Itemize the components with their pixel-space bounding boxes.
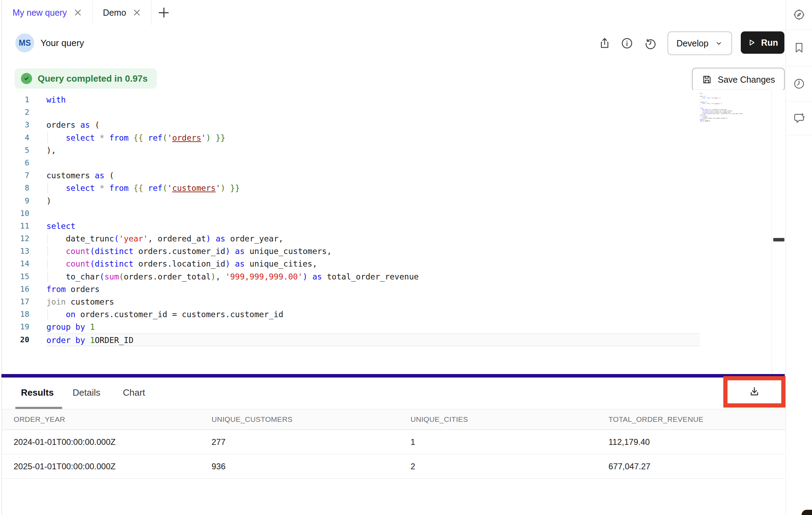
table-header-cell: UNIQUE_CUSTOMERS	[212, 409, 293, 430]
share-button[interactable]	[598, 36, 612, 50]
close-icon[interactable]	[133, 9, 141, 16]
code-line[interactable]: to_char(sum(orders.order_total), '999,99…	[46, 270, 700, 283]
code-area[interactable]: withorders as ( select * from {{ ref('or…	[700, 93, 706, 122]
line-number: 13	[2, 245, 29, 258]
line-number: 12	[2, 232, 29, 245]
code-line[interactable]: from orders	[46, 283, 700, 296]
code-line[interactable]: customers as (	[46, 169, 700, 182]
share-icon	[598, 37, 611, 50]
code-line[interactable]: order by 1ORDER_ID	[700, 120, 752, 122]
tab-label: My new query	[13, 8, 67, 18]
save-changes-button[interactable]: Save Changes	[692, 68, 785, 91]
minimap-top-border	[695, 89, 772, 90]
code-line[interactable]: select	[46, 220, 700, 232]
save-label: Save Changes	[718, 75, 775, 85]
right-sidebar	[785, 0, 812, 515]
play-icon	[747, 38, 756, 47]
scrollbar-thumb[interactable]	[773, 238, 784, 241]
bookmark-icon	[793, 42, 805, 54]
avatar[interactable]: MS	[15, 33, 34, 52]
table-header-cell: TOTAL_ORDER_REVENUE	[608, 409, 703, 430]
table-cell: 277	[212, 430, 226, 454]
table-cell: 2024-01-01T00:00:00.000Z	[14, 430, 116, 454]
line-number: 2	[2, 106, 29, 119]
code-line[interactable]: order by 1ORDER_ID	[46, 334, 700, 346]
run-label: Run	[761, 38, 778, 48]
code-line[interactable]: group by 1	[46, 321, 700, 333]
query-status-badge: Query completed in 0.97s	[15, 68, 157, 89]
minimap-content: withorders as ( select * from {{ ref('or…	[700, 93, 706, 122]
code-line[interactable]	[46, 157, 700, 169]
line-number: 15	[2, 270, 29, 283]
code-line[interactable]: with	[46, 94, 700, 106]
code-line[interactable]	[46, 106, 700, 119]
line-number-gutter: 1234567891011121314151617181920	[2, 94, 29, 346]
tab-chart[interactable]: Chart	[123, 387, 145, 398]
table-cell: 112,179.40	[608, 430, 650, 454]
code-line[interactable]: orders as (	[46, 119, 700, 131]
editor-minimap[interactable]: withorders as ( select * from {{ ref('or…	[700, 93, 752, 129]
code-line[interactable]: date_trunc('year', ordered_at) as order_…	[46, 232, 700, 245]
app-window: My new query Demo MS Your query	[0, 0, 812, 515]
save-icon	[702, 74, 712, 85]
info-button[interactable]	[620, 36, 634, 50]
download-icon	[748, 385, 761, 398]
code-line[interactable]: join customers	[46, 296, 700, 308]
chevron-down-icon	[715, 39, 723, 47]
download-results-button[interactable]	[748, 385, 761, 398]
table-header-row: ORDER_YEARUNIQUE_CUSTOMERSUNIQUE_CITIEST…	[2, 409, 785, 430]
line-number: 5	[2, 144, 29, 157]
editor-right-border	[772, 90, 772, 374]
code-line[interactable]: select * from {{ ref('customers') }}	[46, 182, 700, 194]
run-button[interactable]: Run	[741, 31, 784, 54]
code-line[interactable]: count(distinct orders.customer_id) as un…	[46, 245, 700, 258]
main-panel: My new query Demo MS Your query	[0, 0, 785, 515]
line-number: 10	[2, 207, 29, 220]
tab-demo[interactable]: Demo	[93, 0, 152, 25]
status-text: Query completed in 0.97s	[38, 73, 148, 84]
tab-my-new-query[interactable]: My new query	[2, 0, 93, 25]
close-icon[interactable]	[74, 9, 82, 16]
line-number: 19	[2, 321, 29, 333]
history-icon	[644, 37, 657, 50]
tab-results[interactable]: Results	[21, 387, 54, 398]
sidebar-item-explore[interactable]	[786, 0, 812, 30]
develop-dropdown[interactable]: Develop	[667, 31, 732, 55]
line-number: 3	[2, 119, 29, 131]
editor-tab-bar: My new query Demo	[2, 0, 785, 25]
develop-label: Develop	[677, 38, 709, 48]
line-number: 20	[2, 334, 29, 346]
code-area[interactable]: withorders as ( select * from {{ ref('or…	[46, 94, 700, 346]
plus-icon	[159, 8, 169, 17]
line-number: 16	[2, 283, 29, 296]
sql-editor[interactable]: 1234567891011121314151617181920 withorde…	[2, 90, 785, 374]
line-number: 6	[2, 157, 29, 169]
code-line[interactable]: count(distinct orders.location_id) as un…	[46, 258, 700, 270]
code-line[interactable]: )	[46, 195, 700, 207]
line-number: 11	[2, 220, 29, 232]
sidebar-item-feedback[interactable]	[786, 102, 812, 135]
code-line[interactable]: select * from {{ ref('orders') }}	[46, 132, 700, 144]
line-number: 4	[2, 132, 29, 144]
code-line[interactable]: ),	[46, 144, 700, 157]
info-icon	[621, 37, 633, 50]
line-number: 8	[2, 182, 29, 194]
code-line[interactable]	[46, 207, 700, 220]
table-header-cell: ORDER_YEAR	[14, 409, 65, 430]
code-line[interactable]: on orders.customer_id = customers.custom…	[46, 308, 700, 321]
sidebar-item-bookmarks[interactable]	[786, 30, 812, 66]
panel-resize-divider[interactable]	[1, 374, 785, 378]
new-tab-button[interactable]	[152, 0, 176, 25]
table-row[interactable]: 2024-01-01T00:00:00.000Z2771112,179.40	[2, 430, 785, 454]
query-header: MS Your query D	[2, 25, 785, 60]
feedback-sparkle-icon	[793, 112, 805, 125]
line-number: 1	[2, 94, 29, 106]
table-row[interactable]: 2025-01-01T00:00:00.000Z9362677,047.27	[2, 454, 785, 479]
sidebar-item-history[interactable]	[786, 66, 812, 102]
line-number: 7	[2, 169, 29, 182]
history-button[interactable]	[644, 36, 658, 50]
line-number: 9	[2, 195, 29, 207]
tab-details[interactable]: Details	[73, 387, 100, 398]
compass-icon	[793, 8, 805, 21]
line-number: 14	[2, 258, 29, 270]
